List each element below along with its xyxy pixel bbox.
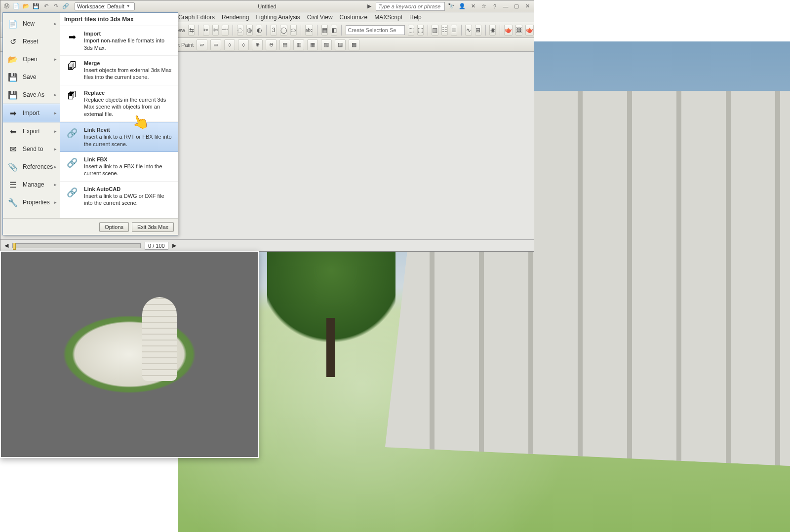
merge-icon: 🗐	[65, 60, 79, 74]
ribbon-poly-icon[interactable]: ▱	[197, 39, 207, 50]
workspace-dropdown[interactable]: Workspace: Default ▼	[75, 2, 135, 10]
chevron-right-icon: ▸	[54, 57, 57, 62]
chevron-right-icon: ▸	[54, 111, 57, 115]
appmenu-item-label: Send to	[23, 146, 43, 152]
ribbon-edit-icon[interactable]: ▭	[210, 39, 221, 50]
tool-spot-icon[interactable]: ◍	[246, 25, 253, 36]
menu-graph-editors[interactable]: Graph Editors	[178, 14, 215, 21]
tool-omni-icon[interactable]: ◌	[237, 25, 243, 36]
selection-set-input[interactable]	[346, 25, 405, 35]
appmenu-item-reset[interactable]: ↺Reset	[3, 33, 60, 50]
tool-cube-icon[interactable]: ◧	[331, 25, 337, 36]
appmenu-left-column: 📄New▸↺Reset📂Open▸💾Save💾Save As▸➡Import▸⬅…	[3, 13, 60, 218]
submenu-item-title: Link Revit	[84, 126, 173, 133]
ribbon-c-icon[interactable]: ▦	[307, 39, 318, 50]
link-icon[interactable]: 🔗	[62, 2, 70, 10]
tool-cut-icon[interactable]: ✂	[203, 25, 209, 36]
tool-align-icon[interactable]: ☷	[441, 25, 448, 36]
save-icon[interactable]: 💾	[32, 2, 40, 10]
open-icon[interactable]: 📂	[22, 2, 30, 10]
tool-box-icon[interactable]: ▦	[321, 25, 328, 36]
tool-render-frame-icon[interactable]: 🖼	[515, 25, 522, 36]
appmenu-item-send-to[interactable]: ✉Send to▸	[3, 140, 60, 158]
tool-curve-icon[interactable]: ∿	[465, 25, 472, 36]
ribbon-grow-icon[interactable]: ⊕	[252, 39, 263, 50]
submenu-item-link-autocad[interactable]: 🔗Link AutoCADInsert a link to a DWG or D…	[60, 182, 178, 211]
ribbon-b-icon[interactable]: ▥	[293, 39, 304, 50]
appmenu-item-export[interactable]: ⬅Export▸	[3, 122, 60, 140]
options-button[interactable]: Options	[99, 222, 129, 232]
tool-cyl-icon[interactable]: ⬭	[290, 25, 297, 36]
appmenu-item-save[interactable]: 💾Save	[3, 68, 60, 86]
undo-icon[interactable]: ↶	[42, 2, 50, 10]
timeline-playhead[interactable]	[13, 243, 16, 250]
ribbon-a-icon[interactable]: ▤	[279, 39, 290, 50]
tool-schematic-icon[interactable]: ⊞	[475, 25, 481, 36]
search-input[interactable]	[376, 2, 445, 11]
menu-lighting-analysis[interactable]: Lighting Analysis	[256, 14, 300, 21]
person-icon[interactable]: 👤	[458, 2, 467, 11]
tool-render-setup-icon[interactable]: 🫖	[504, 25, 513, 36]
chevron-right-icon: ▸	[54, 92, 57, 97]
redo-icon[interactable]: ↷	[52, 2, 60, 10]
appmenu-item-save-as[interactable]: 💾Save As▸	[3, 86, 60, 104]
application-menu: 📄New▸↺Reset📂Open▸💾Save💾Save As▸➡Import▸⬅…	[2, 12, 178, 235]
exchange-icon[interactable]: ✕	[469, 2, 477, 11]
tool-m1-icon[interactable]: ⬚	[408, 25, 414, 36]
menu-maxscript[interactable]: MAXScript	[374, 14, 402, 21]
submenu-item-replace[interactable]: 🗐ReplaceReplace objects in the current 3…	[60, 85, 178, 122]
submenu-item-import[interactable]: ➡ImportImport non-native file formats in…	[60, 26, 178, 56]
info-arrow-icon[interactable]: ▶	[365, 2, 374, 11]
ribbon-loop-icon[interactable]: ◊	[224, 39, 235, 50]
appmenu-item-properties[interactable]: 🔧Properties▸	[3, 193, 60, 211]
submenu-item-desc: Insert a link to a DWG or DXF file into …	[84, 193, 164, 206]
timeline-next-icon[interactable]: ▶	[172, 242, 176, 249]
submenu-item-desc: Replace objects in the current 3ds Max s…	[84, 97, 166, 117]
tool-layers-icon[interactable]: ≣	[451, 25, 457, 36]
app-icon[interactable]: Ⓜ	[2, 2, 10, 10]
tool-abc-icon[interactable]: abc	[305, 25, 314, 36]
chevron-right-icon: ▸	[54, 200, 57, 205]
ribbon-d-icon[interactable]: ▧	[321, 39, 332, 50]
menu-rendering[interactable]: Rendering	[222, 14, 249, 21]
appmenu-item-open[interactable]: 📂Open▸	[3, 50, 60, 68]
appmenu-item-references[interactable]: 📎References▸	[3, 158, 60, 176]
tool-m2-icon[interactable]: ⬚	[417, 25, 424, 36]
submenu-item-merge[interactable]: 🗐MergeInsert objects from external 3ds M…	[60, 56, 178, 85]
restore-icon[interactable]: ▢	[512, 2, 521, 11]
ribbon-f-icon[interactable]: ▩	[349, 39, 359, 50]
menu-help[interactable]: Help	[409, 14, 422, 21]
tool-material-icon[interactable]: ◉	[489, 25, 496, 36]
tool-3-icon[interactable]: 3	[271, 25, 277, 36]
tool-attach-icon[interactable]: ⇆	[188, 25, 195, 36]
minimize-icon[interactable]: —	[501, 2, 510, 11]
appmenu-item-manage[interactable]: ☰Manage▸	[3, 176, 60, 193]
submenu-item-link-revit[interactable]: 🔗Link RevitInsert a link to a RVT or FBX…	[60, 122, 178, 152]
tool-mirror-icon[interactable]: ▥	[432, 25, 438, 36]
ribbon-shrink-icon[interactable]: ⊖	[266, 39, 276, 50]
appmenu-item-import[interactable]: ➡Import▸	[3, 104, 60, 122]
ribbon-e-icon[interactable]: ▨	[335, 39, 346, 50]
close-icon[interactable]: ✕	[523, 2, 532, 11]
exit-button[interactable]: Exit 3ds Max	[132, 222, 174, 232]
tool-scissors-icon[interactable]: ✄	[212, 25, 219, 36]
tool-bezier-icon[interactable]: 〰	[222, 25, 229, 36]
appmenu-item-new[interactable]: 📄New▸	[3, 15, 60, 33]
menu-civil-view[interactable]: Civil View	[307, 14, 333, 21]
help-icon[interactable]: ?	[490, 2, 499, 11]
tool-sphere-icon[interactable]: ◯	[280, 25, 287, 36]
menu-customize[interactable]: Customize	[340, 14, 368, 21]
ribbon-ring-icon[interactable]: ◊	[238, 39, 249, 50]
appmenu-item-label: Manage	[23, 181, 44, 188]
submenu-item-link-fbx[interactable]: 🔗Link FBXInsert a link to a FBX file int…	[60, 152, 178, 182]
timeline-prev-icon[interactable]: ◀	[4, 242, 8, 249]
favorite-icon[interactable]: ☆	[479, 2, 488, 11]
binoculars-icon[interactable]: 🔭	[447, 2, 456, 11]
timeline-track[interactable]	[12, 243, 141, 248]
manage-icon: ☰	[7, 179, 19, 190]
frame-counter: 0 / 100	[145, 242, 168, 250]
tool-render-icon[interactable]: 🫖	[525, 25, 534, 36]
references-icon: 📎	[7, 161, 19, 173]
new-icon[interactable]: 📄	[12, 2, 20, 10]
tool-directional-icon[interactable]: ◐	[256, 25, 262, 36]
